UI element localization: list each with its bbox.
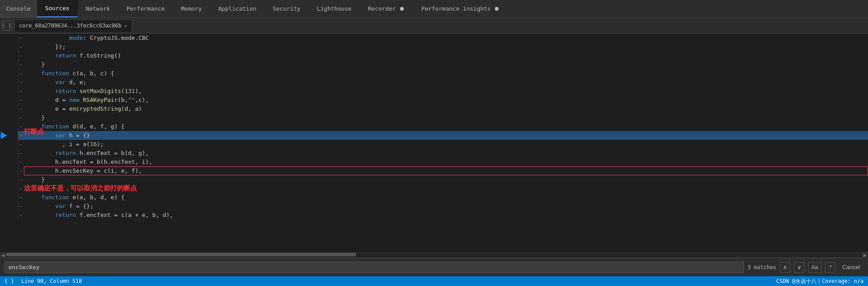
table-row: - function d(d, e, f, g) {	[0, 122, 868, 131]
editor-area: - mode: CryptoJS.mode.CBC- });- return f…	[0, 34, 868, 252]
search-regex-button[interactable]: .*	[825, 262, 835, 273]
tab-recorder[interactable]: Recorder ⏺	[360, 0, 413, 17]
code-cell: var h = {}	[24, 131, 868, 140]
line-minus: -	[18, 166, 24, 175]
search-case-button[interactable]: Aa	[808, 262, 821, 273]
line-minus: -	[18, 51, 24, 60]
tab-application-label: Application	[218, 5, 256, 12]
line-col-status: Line 90, Column 518	[21, 278, 82, 284]
horizontal-scrollbar[interactable]: ◀ ▶	[0, 252, 868, 258]
line-gutter[interactable]	[0, 60, 18, 69]
line-gutter[interactable]	[0, 78, 18, 87]
line-minus: -	[18, 113, 24, 122]
tab-performance-label: Performance	[126, 5, 164, 12]
search-next-button[interactable]: ∨	[794, 262, 805, 273]
code-cell: , i = a(16);	[24, 140, 868, 149]
tab-lighthouse[interactable]: Lighthouse	[309, 0, 360, 17]
code-cell: var d, e;	[24, 78, 868, 87]
close-tab-button[interactable]: ×	[124, 23, 127, 29]
table-row: - }	[0, 175, 868, 184]
line-gutter[interactable]	[0, 202, 18, 211]
tab-security-label: Security	[273, 5, 301, 12]
search-cancel-button[interactable]: Cancel	[839, 262, 864, 273]
table-row: - return h.encText = b(d, g),	[0, 149, 868, 158]
line-gutter[interactable]	[0, 51, 18, 60]
line-gutter[interactable]	[0, 158, 18, 166]
table-row: - var h = {}	[0, 131, 868, 140]
code-cell: function e(a, b, d, e) {	[24, 193, 868, 202]
tab-console-label: Console	[6, 5, 31, 12]
line-gutter[interactable]	[0, 211, 18, 220]
code-cell: });	[24, 43, 868, 51]
tab-network-label: Network	[86, 5, 110, 12]
file-tab[interactable]: core_60a2789634...3fec6cc63ac86b ×	[14, 19, 132, 32]
code-cell: e = encryptedString(d, a)	[24, 104, 868, 113]
search-regex-icon: .*	[828, 264, 832, 271]
status-right: CSDN @永远十八丨Coverage: n/a	[776, 278, 864, 285]
code-cell: mode: CryptoJS.mode.CBC	[24, 34, 868, 43]
scroll-right-button[interactable]: ▶	[862, 253, 868, 258]
line-gutter[interactable]	[0, 96, 18, 104]
line-gutter[interactable]	[0, 69, 18, 78]
code-cell: var f = {};	[24, 202, 868, 211]
table-row: - return setMaxDigits(131),	[0, 87, 868, 96]
line-minus: -	[18, 87, 24, 96]
line-gutter[interactable]	[0, 113, 18, 122]
main-tab-bar: Console Sources Network Performance Memo…	[0, 0, 868, 18]
line-gutter[interactable]	[0, 149, 18, 158]
scroll-left-button[interactable]: ◀	[0, 253, 6, 258]
code-cell: return f.toString()	[24, 51, 868, 60]
line-minus: -	[18, 158, 24, 166]
code-cell: return f.encText = c(a + e, b, d),	[24, 211, 868, 220]
tab-sources[interactable]: Sources	[37, 0, 78, 17]
format-status-icon: { }	[4, 278, 14, 284]
format-button[interactable]: { }	[2, 21, 12, 31]
tab-network[interactable]: Network	[78, 0, 119, 17]
line-gutter[interactable]	[0, 131, 18, 140]
tab-security[interactable]: Security	[265, 0, 309, 17]
tab-lighthouse-label: Lighthouse	[317, 5, 351, 12]
search-case-icon: Aa	[811, 264, 818, 271]
code-cell: function d(d, e, f, g) {	[24, 122, 868, 131]
tab-sources-label: Sources	[45, 5, 70, 12]
tab-perf-insights[interactable]: Performance insights ⏺	[413, 0, 508, 17]
line-gutter[interactable]	[0, 175, 18, 184]
code-cell: function c(a, b, c) {	[24, 69, 868, 78]
search-bar: 3 matches ∧ ∨ Aa .* Cancel	[0, 258, 868, 276]
code-cell: h.encSecKey = c(i, e, f),	[24, 166, 868, 175]
line-gutter[interactable]	[0, 193, 18, 202]
table-row: - function c(a, b, c) {	[0, 69, 868, 78]
line-gutter[interactable]	[0, 34, 18, 43]
scroll-thumb[interactable]	[6, 253, 356, 256]
search-prev-button[interactable]: ∧	[780, 262, 790, 273]
editor-scroll[interactable]: - mode: CryptoJS.mode.CBC- });- return f…	[0, 34, 868, 252]
code-cell: d = new RSAKeyPair(b,"",c),	[24, 96, 868, 104]
table-row: - , i = a(16);	[0, 140, 868, 149]
line-minus: -	[18, 122, 24, 131]
table-row: - var d, e;	[0, 78, 868, 87]
tab-application[interactable]: Application	[210, 0, 265, 17]
line-minus: -	[18, 211, 24, 220]
line-gutter[interactable]	[0, 184, 18, 193]
line-gutter[interactable]	[0, 122, 18, 131]
line-minus: -	[18, 78, 24, 87]
status-left: { } Line 90, Column 518	[4, 278, 82, 284]
line-gutter[interactable]	[0, 166, 18, 175]
search-next-icon: ∨	[797, 264, 802, 271]
search-prev-icon: ∧	[783, 264, 787, 271]
tab-memory[interactable]: Memory	[173, 0, 210, 17]
search-input[interactable]	[4, 262, 744, 273]
line-gutter[interactable]	[0, 87, 18, 96]
line-minus: -	[18, 149, 24, 158]
line-minus: -	[18, 69, 24, 78]
code-cell: return setMaxDigits(131),	[24, 87, 868, 96]
line-minus: -	[18, 131, 24, 140]
line-gutter[interactable]	[0, 104, 18, 113]
line-gutter[interactable]	[0, 140, 18, 149]
tab-console[interactable]: Console	[0, 0, 37, 17]
tab-performance[interactable]: Performance	[118, 0, 173, 17]
line-minus: -	[18, 175, 24, 184]
line-gutter[interactable]	[0, 43, 18, 51]
line-minus: -	[18, 104, 24, 113]
table-row: - }	[0, 60, 868, 69]
